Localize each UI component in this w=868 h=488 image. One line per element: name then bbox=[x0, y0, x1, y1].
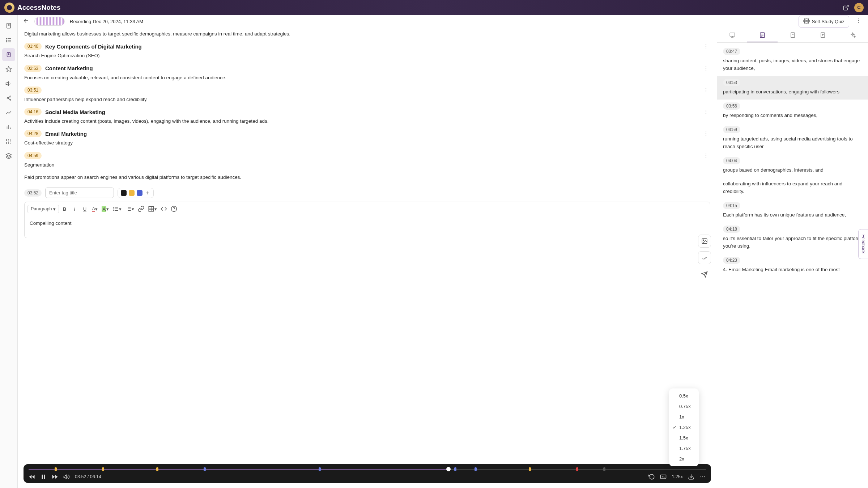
section-timestamp[interactable]: 03:51 bbox=[24, 87, 42, 94]
track-marker[interactable] bbox=[319, 467, 321, 471]
transcript-timestamp[interactable]: 03:59 bbox=[723, 126, 740, 133]
transcript-timestamp[interactable]: 04:15 bbox=[723, 202, 740, 209]
rewind-button[interactable] bbox=[29, 474, 35, 480]
back-button[interactable] bbox=[23, 17, 29, 25]
color-chip-yellow[interactable] bbox=[129, 190, 135, 196]
section-more-button[interactable] bbox=[703, 153, 709, 160]
section-more-button[interactable] bbox=[703, 66, 709, 73]
sidebar-item-trends[interactable] bbox=[2, 106, 15, 119]
speed-option[interactable]: 1.25x bbox=[669, 422, 699, 433]
sidebar-item-stats[interactable] bbox=[2, 121, 15, 134]
sidebar-item-favorites[interactable] bbox=[2, 63, 15, 76]
bullet-list-button[interactable]: ▾ bbox=[111, 204, 123, 214]
section-timestamp[interactable]: 04:28 bbox=[24, 130, 42, 137]
send-button[interactable] bbox=[698, 268, 711, 281]
tag-timestamp[interactable]: 03:52 bbox=[24, 189, 42, 197]
logo[interactable]: AccessNotes bbox=[4, 3, 60, 13]
track-marker[interactable] bbox=[529, 467, 531, 471]
track-marker[interactable] bbox=[454, 467, 456, 471]
insert-image-button[interactable] bbox=[698, 235, 711, 248]
forward-button[interactable] bbox=[52, 474, 58, 480]
transcript-timestamp[interactable]: 04:18 bbox=[723, 226, 740, 233]
color-chip-black[interactable] bbox=[121, 190, 127, 196]
highlight-button[interactable]: A ▾ bbox=[100, 204, 110, 214]
sidebar-item-notes[interactable] bbox=[2, 19, 15, 32]
tag-title-input[interactable] bbox=[45, 188, 114, 198]
replay-button[interactable] bbox=[648, 474, 655, 480]
numbered-list-button[interactable]: ▾ bbox=[124, 204, 136, 214]
transcript-timestamp[interactable]: 04:23 bbox=[723, 257, 740, 264]
color-chip-blue[interactable] bbox=[137, 190, 142, 196]
track-marker[interactable] bbox=[603, 467, 605, 471]
play-pause-button[interactable] bbox=[40, 474, 47, 480]
insert-drawing-button[interactable] bbox=[698, 251, 711, 264]
section-timestamp[interactable]: 04:59 bbox=[24, 152, 42, 159]
transcript-block[interactable]: collaborating with influencers to expand… bbox=[717, 177, 868, 199]
section-more-button[interactable] bbox=[703, 87, 709, 94]
section-timestamp[interactable]: 02:53 bbox=[24, 65, 42, 72]
italic-button[interactable]: I bbox=[70, 204, 79, 214]
sidebar-item-settings[interactable] bbox=[2, 135, 15, 148]
section-timestamp[interactable]: 04:16 bbox=[24, 108, 42, 115]
sidebar-item-outline[interactable] bbox=[2, 34, 15, 47]
transcript-list[interactable]: 03:47sharing content, posts, images, vid… bbox=[717, 43, 868, 488]
track-marker[interactable] bbox=[156, 467, 158, 471]
underline-button[interactable]: U bbox=[80, 204, 89, 214]
sidebar-item-audio[interactable] bbox=[2, 77, 15, 90]
player-more-button[interactable] bbox=[699, 474, 706, 480]
transcript-block[interactable]: 03:56by responding to comments and messa… bbox=[717, 100, 868, 123]
sidebar-item-layers[interactable] bbox=[2, 150, 15, 163]
paragraph-style-select[interactable]: Paragraph▾ bbox=[27, 205, 59, 213]
speed-option[interactable]: 1.5x bbox=[669, 433, 699, 443]
code-button[interactable] bbox=[159, 204, 169, 214]
text-color-button[interactable]: A ▾ bbox=[90, 204, 99, 214]
transcript-timestamp[interactable]: 03:47 bbox=[723, 48, 740, 55]
transcript-block[interactable]: 03:47sharing content, posts, images, vid… bbox=[717, 45, 868, 76]
track-marker[interactable] bbox=[102, 467, 104, 471]
sidebar-item-share[interactable] bbox=[2, 92, 15, 105]
speed-option[interactable]: 0.5x bbox=[669, 391, 699, 401]
feedback-tab[interactable]: Feedback bbox=[858, 229, 868, 259]
transcript-block[interactable]: 04:18so it's essential to tailor your ap… bbox=[717, 223, 868, 254]
transcript-timestamp[interactable]: 04:04 bbox=[723, 157, 740, 164]
track-marker[interactable] bbox=[576, 467, 578, 471]
add-color-button[interactable]: + bbox=[145, 190, 150, 196]
transcript-block[interactable]: 04:234. Email Marketing Email marketing … bbox=[717, 254, 868, 277]
tab-summary[interactable] bbox=[778, 28, 808, 42]
section-more-button[interactable] bbox=[703, 131, 709, 138]
transcript-block[interactable]: 03:59running targeted ads, using social … bbox=[717, 123, 868, 154]
table-button[interactable]: ▾ bbox=[146, 204, 158, 214]
transcript-timestamp[interactable]: 03:56 bbox=[723, 102, 740, 110]
section-more-button[interactable] bbox=[703, 109, 709, 116]
open-external-icon[interactable] bbox=[841, 3, 851, 12]
speed-option[interactable]: 2x bbox=[669, 454, 699, 464]
waveform-thumbnail[interactable] bbox=[34, 17, 65, 26]
self-study-quiz-button[interactable]: Self-Study Quiz bbox=[799, 16, 849, 28]
tab-transcript[interactable] bbox=[747, 28, 777, 42]
speed-option[interactable]: 0.75x bbox=[669, 401, 699, 412]
seek-track[interactable] bbox=[29, 468, 706, 471]
link-button[interactable] bbox=[136, 204, 146, 214]
transcript-block[interactable]: 03:53participating in conversations, eng… bbox=[717, 76, 868, 100]
transcript-timestamp[interactable]: 03:53 bbox=[723, 79, 740, 86]
transcript-block[interactable]: 04:04groups based on demographics, inter… bbox=[717, 154, 868, 178]
download-button[interactable] bbox=[688, 474, 694, 480]
section-timestamp[interactable]: 01:40 bbox=[24, 43, 42, 50]
toolbar-more-button[interactable] bbox=[854, 16, 863, 26]
tab-ai[interactable] bbox=[838, 28, 868, 42]
track-marker[interactable] bbox=[204, 467, 206, 471]
sidebar-item-recordings[interactable] bbox=[2, 48, 15, 61]
avatar[interactable]: C bbox=[854, 3, 864, 12]
section-more-button[interactable] bbox=[703, 43, 709, 51]
captions-button[interactable] bbox=[660, 474, 667, 480]
editor-content[interactable]: Compelling content bbox=[25, 216, 710, 238]
track-marker[interactable] bbox=[475, 467, 477, 471]
speed-option[interactable]: 1.75x bbox=[669, 443, 699, 454]
speed-option[interactable]: 1x bbox=[669, 412, 699, 422]
tab-export[interactable] bbox=[808, 28, 838, 42]
bold-button[interactable]: B bbox=[60, 204, 69, 214]
volume-button[interactable] bbox=[63, 474, 70, 480]
tab-slides[interactable] bbox=[717, 28, 747, 42]
playback-speed-button[interactable]: 1.25x bbox=[672, 474, 683, 479]
help-button[interactable] bbox=[169, 204, 179, 214]
